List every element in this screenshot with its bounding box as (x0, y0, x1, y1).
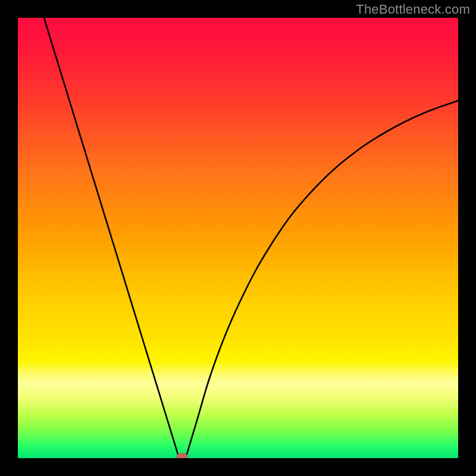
optimal-point-marker (176, 453, 188, 458)
plot-area (18, 18, 458, 458)
watermark-text: TheBottleneck.com (356, 2, 470, 17)
bottleneck-curve (18, 18, 458, 458)
chart-frame: TheBottleneck.com (0, 0, 476, 476)
